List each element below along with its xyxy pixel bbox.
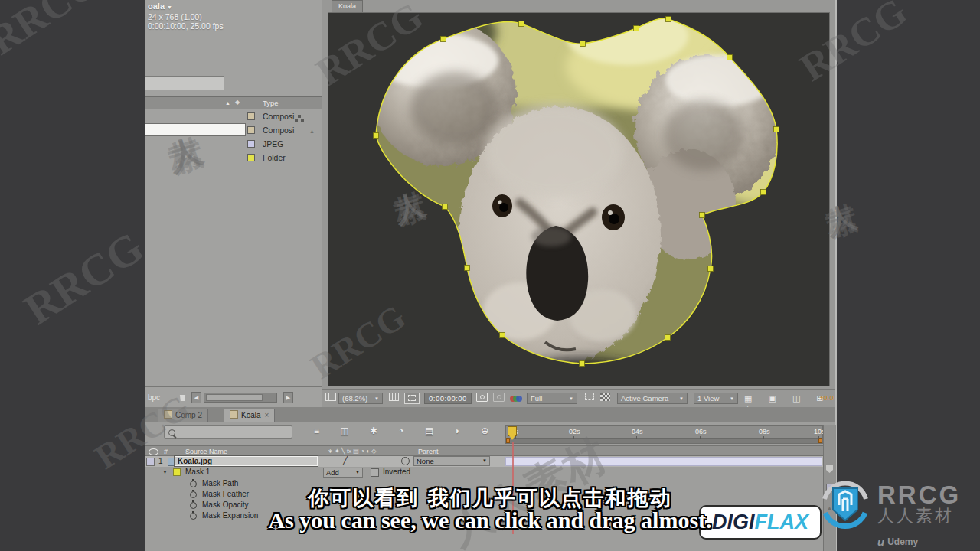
type-color-swatch xyxy=(247,126,255,134)
timeline-ruler[interactable]: 0s02s04s06s08s10s xyxy=(505,425,823,444)
project-item-row[interactable]: Composi xyxy=(145,109,322,123)
snapshot-camera-icon[interactable] xyxy=(476,393,488,402)
watermark-text: RRCG xyxy=(15,221,153,335)
ruler-tick xyxy=(515,436,516,439)
parent-dropdown[interactable]: None▼ xyxy=(413,456,490,466)
eye-icon[interactable] xyxy=(149,448,158,455)
label-tag-icon[interactable]: ◆ xyxy=(235,99,240,106)
exposure-value[interactable]: +0.0 xyxy=(819,393,834,404)
timeline-search-input[interactable] xyxy=(164,425,292,439)
layer-name[interactable]: Koala.jpg xyxy=(175,456,318,466)
mask-color-swatch[interactable] xyxy=(173,468,181,476)
layer-color-swatch[interactable] xyxy=(146,458,155,466)
trash-icon[interactable] xyxy=(179,393,186,401)
mask-vertex-handle[interactable] xyxy=(634,26,639,31)
ruler-tick xyxy=(763,436,764,439)
project-scroll-up-icon[interactable]: ▲ xyxy=(309,129,315,134)
mask-vertex-handle[interactable] xyxy=(441,37,446,42)
flowchart-mini-icon[interactable] xyxy=(298,115,301,118)
ruler-tick xyxy=(700,436,701,439)
mask-vertex-handle[interactable] xyxy=(465,266,470,271)
layer-index: 1 xyxy=(158,457,163,465)
show-channel-icon[interactable] xyxy=(510,395,522,403)
composition-name[interactable]: oala xyxy=(148,2,165,11)
viewer-tab-koala[interactable]: Koala xyxy=(332,0,363,12)
project-panel: oala ▼ 24 x 768 (1.00) 0:00:10:00, 25.00… xyxy=(145,0,322,407)
chevron-down-icon[interactable]: ▼ xyxy=(167,5,172,10)
transparency-grid-icon[interactable] xyxy=(600,393,610,401)
timeline-tab-comp-2[interactable]: Comp 2 xyxy=(158,409,208,422)
mask-vertex-handle[interactable] xyxy=(580,41,586,47)
mask-vertex-handle[interactable] xyxy=(519,21,524,27)
composition-viewer-panel: Koala xyxy=(322,0,835,407)
project-item-row[interactable]: JPEG xyxy=(145,137,322,151)
ruler-tick xyxy=(573,436,574,439)
sort-arrow-icon[interactable]: ▲ xyxy=(225,100,230,106)
selected-item-name-cell[interactable] xyxy=(145,123,246,136)
ruler-time-label: 06s xyxy=(695,428,707,435)
quality-switch-icon[interactable]: ╱ xyxy=(343,456,348,465)
mask-vertex-handle[interactable] xyxy=(666,17,671,22)
udemy-logo: u Udemy xyxy=(877,535,918,548)
magnification-dropdown[interactable]: (68.2%)▼ xyxy=(338,393,383,404)
timeline-tab-koala[interactable]: Koala× xyxy=(224,409,275,422)
project-hscrollbar-thumb[interactable] xyxy=(206,394,263,401)
mask-vertex-handle[interactable] xyxy=(500,333,505,338)
resolution-dropdown[interactable]: Full▼ xyxy=(527,393,577,404)
type-column-header[interactable]: Type xyxy=(263,99,279,107)
koala-composition-image[interactable] xyxy=(328,13,829,386)
playhead-handle[interactable] xyxy=(508,426,517,436)
region-of-interest-icon[interactable] xyxy=(585,393,594,400)
parent-column-header[interactable]: Parent xyxy=(418,448,439,455)
3d-view-dropdown[interactable]: Active Camera▼ xyxy=(617,393,688,404)
scroll-left-button[interactable]: ◀ xyxy=(191,392,201,403)
item-type-label: Folder xyxy=(263,153,286,162)
mask-visibility-icon[interactable] xyxy=(408,395,416,401)
mask-vertex-handle[interactable] xyxy=(708,266,714,272)
grid-guides-icon[interactable] xyxy=(389,393,399,401)
mask-vertex-handle[interactable] xyxy=(374,133,379,139)
scroll-right-button[interactable]: ▶ xyxy=(283,392,293,403)
item-type-label: Composi xyxy=(263,112,294,121)
chevron-down-icon: ▼ xyxy=(569,393,573,405)
timecode-display[interactable]: 0:00:00:00 xyxy=(424,393,472,404)
work-area-bar[interactable] xyxy=(506,438,822,443)
expand-triangle-icon[interactable]: ▼ xyxy=(162,469,168,474)
mask-vertex-handle[interactable] xyxy=(727,55,733,60)
source-name-column-header[interactable]: Source Name xyxy=(185,448,227,455)
inverted-checkbox[interactable] xyxy=(371,468,379,477)
close-icon[interactable]: × xyxy=(265,411,270,419)
mask-vertex-handle[interactable] xyxy=(443,204,448,210)
viewer-toolbar: (68.2%)▼ 0:00:00:00 Full▼ Active Camera▼… xyxy=(322,389,835,408)
composition-size: 24 x 768 (1.00) xyxy=(148,12,224,21)
composition-canvas[interactable] xyxy=(328,12,830,386)
project-search-input[interactable] xyxy=(145,76,224,90)
ruler-tick xyxy=(636,436,637,439)
composition-duration: 0:00:10:00, 25.00 fps xyxy=(148,21,224,31)
always-preview-icon[interactable] xyxy=(325,393,336,401)
udemy-wordmark: Udemy xyxy=(887,536,918,547)
mask-mode-dropdown[interactable]: Add▼ xyxy=(323,468,363,478)
project-list-header[interactable]: ▲ ◆ Type xyxy=(145,96,322,109)
mask-vertex-handle[interactable] xyxy=(665,335,671,341)
bpc-label[interactable]: bpc xyxy=(148,393,160,402)
comp-shield-icon[interactable] xyxy=(826,465,833,473)
item-type-label: Composi xyxy=(263,126,294,135)
mask-group-row[interactable]: ▼ Mask 1 Add▼ Inverted xyxy=(145,468,823,478)
project-hscrollbar[interactable] xyxy=(204,393,277,403)
ruler-time-label: 02s xyxy=(569,428,580,435)
mask-group-label[interactable]: Mask 1 xyxy=(185,468,210,476)
mask-vertex-handle[interactable] xyxy=(774,127,779,132)
show-snapshot-icon[interactable] xyxy=(493,393,505,402)
project-item-row[interactable]: Composi xyxy=(145,123,322,137)
project-item-row[interactable]: Folder xyxy=(145,151,322,165)
parent-pickwhip-icon[interactable] xyxy=(401,457,410,465)
mask-vertex-handle[interactable] xyxy=(761,190,766,195)
view-layout-dropdown[interactable]: 1 View▼ xyxy=(694,393,738,404)
layer-duration-bar[interactable] xyxy=(505,457,822,466)
after-effects-window: oala ▼ 24 x 768 (1.00) 0:00:10:00, 25.00… xyxy=(145,0,837,551)
mask-vertex-handle[interactable] xyxy=(700,213,705,218)
project-item-list: ComposiComposiJPEGFolder xyxy=(145,109,322,165)
type-color-swatch xyxy=(247,112,255,120)
mask-vertex-handle[interactable] xyxy=(580,361,585,367)
